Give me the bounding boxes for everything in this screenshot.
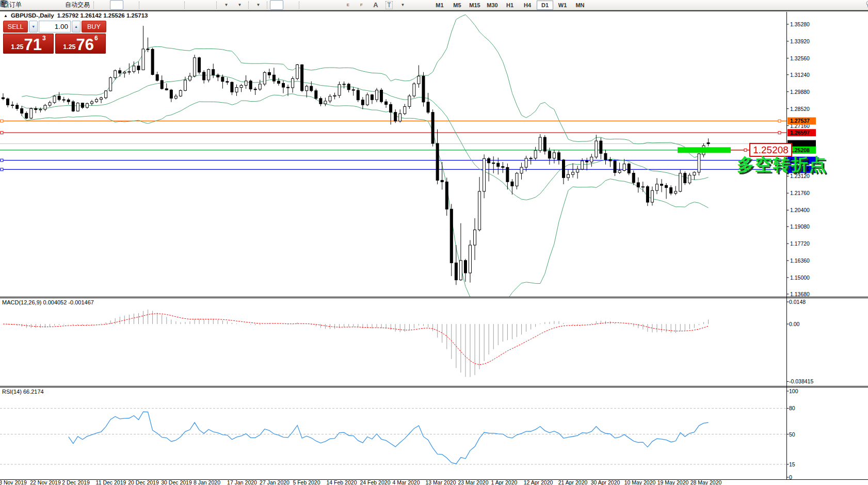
- svg-text:30 Apr 2020: 30 Apr 2020: [591, 479, 620, 485]
- chart-shift-button[interactable]: [201, 0, 214, 10]
- gold-button[interactable]: [23, 0, 37, 10]
- text-tool-button[interactable]: A: [369, 0, 382, 10]
- svg-text:1.25713: 1.25713: [790, 141, 810, 147]
- buy-price-box[interactable]: 1.25 76 6: [55, 34, 106, 54]
- toolbar-separator: [216, 2, 217, 9]
- svg-text:3 Nov 2019: 3 Nov 2019: [0, 479, 27, 485]
- svg-text:23 Mar 2020: 23 Mar 2020: [458, 479, 489, 485]
- toolbar-separator: [299, 2, 300, 9]
- chart-canvas[interactable]: 1.352801.339201.325601.312401.298801.285…: [0, 0, 868, 485]
- svg-text:12 Apr 2020: 12 Apr 2020: [524, 479, 553, 485]
- svg-text:8 Jan 2020: 8 Jan 2020: [194, 479, 220, 485]
- hline-tool-button[interactable]: [315, 0, 329, 10]
- svg-text:20 Dec 2019: 20 Dec 2019: [128, 479, 159, 485]
- auto-trading-label: 自动交易: [65, 1, 90, 9]
- volume-increase-button[interactable]: ▲: [72, 21, 81, 33]
- tab-timeframe-m30[interactable]: M30: [484, 1, 501, 10]
- sell-price-box[interactable]: 1.25 71 3: [3, 34, 54, 54]
- symbol-period-label: GBPUSD-,Daily: [11, 12, 54, 19]
- zoom-out-button[interactable]: [155, 0, 169, 10]
- svg-text:21 Apr 2020: 21 Apr 2020: [558, 479, 588, 485]
- svg-text:1.29880: 1.29880: [790, 89, 810, 95]
- svg-text:-0.038415: -0.038415: [789, 378, 813, 384]
- svg-text:1.31240: 1.31240: [790, 72, 810, 78]
- cursor-tool-button[interactable]: [270, 0, 283, 10]
- svg-text:28 May 2020: 28 May 2020: [690, 479, 722, 485]
- svg-text:22 Nov 2019: 22 Nov 2019: [30, 479, 61, 485]
- line-chart-button[interactable]: [123, 0, 137, 10]
- rsi-panel: [0, 408, 787, 464]
- toolbar-separator: [93, 2, 94, 9]
- sell-button[interactable]: SELL: [3, 21, 28, 33]
- indicators-button[interactable]: ▼: [219, 0, 233, 10]
- text-label-icon: T: [385, 1, 392, 9]
- svg-text:1.26597: 1.26597: [790, 130, 810, 136]
- svg-text:19 May 2020: 19 May 2020: [657, 479, 689, 485]
- arrows-tool-button[interactable]: ▼: [396, 0, 409, 10]
- vline-tool-button[interactable]: [302, 0, 315, 10]
- svg-text:1.28520: 1.28520: [790, 106, 810, 112]
- svg-text:14 Feb 2020: 14 Feb 2020: [327, 479, 357, 485]
- periods-button[interactable]: ▼: [233, 0, 246, 10]
- svg-text:4 Mar 2020: 4 Mar 2020: [392, 479, 420, 485]
- main-toolbar: 新订单 自动交易: [0, 0, 868, 10]
- bar-chart-button[interactable]: [97, 0, 110, 10]
- svg-text:11 Dec 2019: 11 Dec 2019: [96, 479, 126, 485]
- auto-scroll-button[interactable]: [187, 0, 201, 10]
- toolbar-separator: [184, 2, 185, 9]
- sell-price-small: 1.25: [11, 43, 23, 51]
- rsi-indicator-label: RSI(14) 66.2174: [2, 389, 44, 395]
- buy-price-sup: 6: [94, 35, 98, 42]
- indicators-caret-icon: ▼: [224, 3, 229, 7]
- buy-button[interactable]: BUY: [82, 21, 106, 33]
- macd-indicator-label: MACD(12,26,9) 0.004052 -0.001467: [2, 299, 94, 305]
- macd-panel: [3, 310, 709, 377]
- text-label-tool-button[interactable]: T: [382, 0, 396, 10]
- trendline-tool-button[interactable]: [329, 0, 342, 10]
- date-labels: 3 Nov 201922 Nov 20192 Dec 201911 Dec 20…: [0, 479, 722, 485]
- tab-timeframe-m5[interactable]: M5: [449, 1, 465, 10]
- templates-caret-icon: ▼: [256, 3, 261, 7]
- svg-text:30 Dec 2019: 30 Dec 2019: [161, 479, 192, 485]
- svg-text:1.33920: 1.33920: [790, 38, 810, 44]
- tab-timeframe-h1[interactable]: H1: [502, 1, 518, 10]
- tab-timeframe-h4[interactable]: H4: [519, 1, 536, 10]
- crosshair-tool-button[interactable]: [283, 0, 297, 10]
- channel-tag: E: [347, 3, 349, 7]
- tab-timeframe-d1[interactable]: D1: [537, 1, 553, 10]
- svg-text:1.25208: 1.25208: [790, 147, 810, 153]
- svg-text:80: 80: [789, 405, 795, 411]
- highlight-zone: [678, 147, 731, 153]
- volume-decrease-button[interactable]: ▼: [29, 21, 38, 33]
- svg-text:1.15000: 1.15000: [790, 274, 810, 281]
- svg-text:0.0148: 0.0148: [789, 299, 806, 305]
- tab-timeframe-mn[interactable]: MN: [572, 1, 588, 10]
- zoom-in-button[interactable]: [142, 0, 155, 10]
- terminal-button[interactable]: [37, 0, 50, 10]
- chart-title: ▲ GBPUSD-,Daily 1.25792 1.26142 1.25526 …: [4, 12, 148, 19]
- volume-input[interactable]: [39, 21, 71, 33]
- svg-text:13 Mar 2020: 13 Mar 2020: [426, 479, 456, 485]
- templates-button[interactable]: ▼: [251, 0, 265, 10]
- tile-windows-button[interactable]: [169, 0, 182, 10]
- channel-tool-button[interactable]: E: [342, 0, 356, 10]
- svg-text:1 Apr 2020: 1 Apr 2020: [491, 479, 518, 485]
- periods-caret-icon: ▼: [238, 3, 242, 7]
- signals-button[interactable]: [50, 0, 63, 10]
- tab-timeframe-m15[interactable]: M15: [467, 1, 483, 10]
- svg-text:24 Feb 2020: 24 Feb 2020: [360, 479, 391, 485]
- tab-timeframe-w1[interactable]: W1: [554, 1, 571, 10]
- arrows-icon: [0, 0, 8, 7]
- sell-price-sup: 3: [42, 35, 46, 42]
- candlestick-chart-button[interactable]: [110, 0, 123, 10]
- auto-trading-button[interactable]: 自动交易: [63, 0, 91, 10]
- chat-icon[interactable]: [866, 0, 868, 8]
- fibonacci-tag: F: [360, 3, 363, 7]
- candles-layer: [2, 26, 710, 285]
- fibonacci-tool-button[interactable]: F: [356, 0, 369, 10]
- tab-timeframe-m1[interactable]: M1: [431, 1, 448, 10]
- turning-point-annotation[interactable]: 多空转折点: [737, 153, 827, 176]
- svg-text:1.35280: 1.35280: [790, 21, 810, 27]
- sell-price-big: 71: [24, 38, 42, 52]
- collapse-arrow-icon[interactable]: ▲: [4, 13, 8, 18]
